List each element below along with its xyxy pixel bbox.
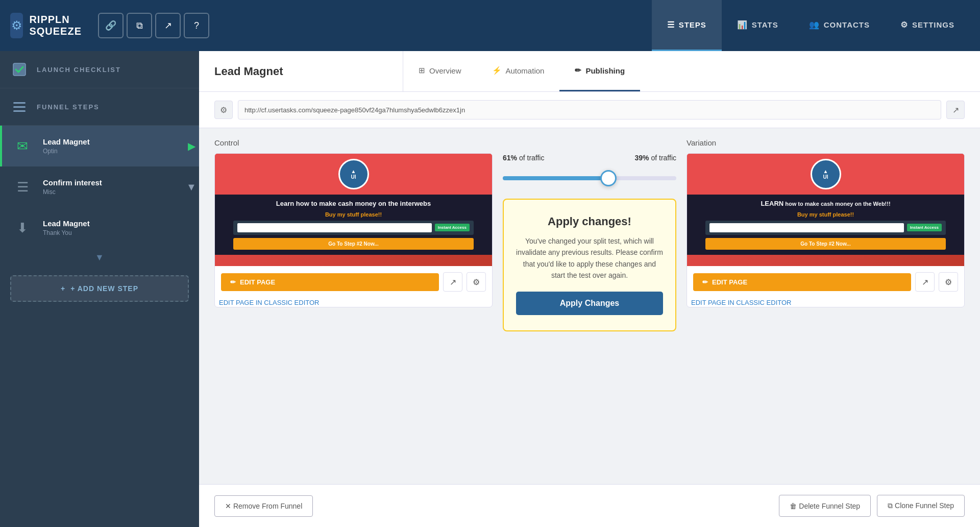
tab-contacts[interactable]: 👥 CONTACTS <box>794 0 885 51</box>
help-icon-btn[interactable]: ? <box>184 13 209 38</box>
funnel-steps-icon <box>10 98 29 116</box>
variation-preview-card: ▲UI LEARN how to make cash money on the … <box>687 153 965 307</box>
tab-overview[interactable]: ⊞ Overview <box>403 51 477 91</box>
variation-sub-text: Buy my stuff please!! <box>797 211 854 218</box>
control-main-text: Learn how to make cash money on the inte… <box>276 200 431 208</box>
variation-label: Variation <box>687 138 965 147</box>
stats-icon: 📊 <box>737 20 748 30</box>
sidebar-item-sub: Thank You <box>43 229 199 236</box>
tab-stats[interactable]: 📊 STATS <box>722 0 794 51</box>
arrow-right-icon: ▶ <box>184 140 199 152</box>
control-preview-card: ▲UI Learn how to make cash money on the … <box>214 153 493 307</box>
traffic-slider-thumb[interactable] <box>600 170 617 186</box>
variation-column: Variation ▲UI LEARN how to make cash mon… <box>687 138 965 307</box>
sidebar-item-title: Lead Magnet <box>43 219 199 228</box>
sidebar-item-lead-magnet-optin[interactable]: ✉ Lead Magnet Optin ▶ <box>0 126 199 166</box>
traffic-slider-area: 61% of traffic 39% of traffic <box>503 154 676 190</box>
sidebar-item-sub: Optin <box>43 148 184 155</box>
control-preview-image: ▲UI Learn how to make cash money on the … <box>215 154 492 266</box>
sidebar-item-confirm-interest[interactable]: ☰ Confirm interest Misc ▼ <box>0 166 199 207</box>
split-test-columns: Control ▲UI Learn how to make cash money… <box>214 138 965 331</box>
clone-funnel-step-button[interactable]: ⧉ Clone Funnel Step <box>877 495 965 517</box>
right-action-buttons: 🗑 Delete Funnel Step ⧉ Clone Funnel Step <box>779 495 965 517</box>
variation-edit-page-button[interactable]: ✏ EDIT PAGE <box>693 273 911 291</box>
sidebar: LAUNCH CHECKLIST FUNNEL STEPS ✉ Lead Mag… <box>0 51 199 527</box>
control-ui-badge: ▲UI <box>338 159 369 189</box>
contacts-icon: 👥 <box>809 20 820 30</box>
middle-column: 61% of traffic 39% of traffic Apply <box>503 138 676 331</box>
url-input[interactable] <box>238 100 941 119</box>
external-icon-btn[interactable]: ↗ <box>155 13 181 38</box>
menu-icon: ☰ <box>2 166 43 207</box>
sidebar-section-launch-checklist[interactable]: LAUNCH CHECKLIST <box>0 51 199 88</box>
variation-card-actions: ✏ EDIT PAGE ↗ ⚙ <box>687 266 964 298</box>
svg-rect-2 <box>13 106 26 108</box>
sidebar-item-lead-magnet-thankyou[interactable]: ⬇ Lead Magnet Thank You <box>0 207 199 248</box>
apply-changes-card: Apply changes! You've changed your split… <box>503 199 676 331</box>
variation-cta: Go To Step #2 Now... <box>705 238 946 250</box>
control-card-actions: ✏ EDIT PAGE ↗ ⚙ <box>215 266 492 298</box>
tab-publishing[interactable]: ✏ Publishing <box>559 51 640 91</box>
delete-funnel-step-button[interactable]: 🗑 Delete Funnel Step <box>779 495 871 517</box>
sidebar-item-title: Confirm interest <box>43 178 184 187</box>
checklist-icon <box>10 60 29 79</box>
arrow-down-icon: ▼ <box>184 181 199 193</box>
variation-traffic-pct: 39% of traffic <box>635 154 676 162</box>
content-tabs: ⊞ Overview ⚡ Automation ✏ Publishing <box>403 51 640 91</box>
automation-icon: ⚡ <box>492 66 502 75</box>
traffic-slider-track <box>503 176 676 180</box>
variation-classic-editor-link[interactable]: EDIT PAGE IN CLASSIC EDITOR <box>687 295 796 307</box>
remove-from-funnel-button[interactable]: ✕ Remove From Funnel <box>214 495 313 517</box>
control-sub-text: Buy my stuff please!! <box>325 211 382 218</box>
slider-fill <box>503 176 608 180</box>
plus-icon: + <box>61 284 65 293</box>
add-new-step-button[interactable]: + + ADD NEW STEP <box>10 275 189 302</box>
variation-main-text: LEARN how to make cash money on the Web!… <box>761 200 890 208</box>
sidebar-item-sub: Misc <box>43 188 184 196</box>
svg-rect-1 <box>13 102 26 104</box>
control-cta: Go To Step #2 Now... <box>233 238 474 250</box>
launch-checklist-label: LAUNCH CHECKLIST <box>37 66 121 74</box>
apply-changes-description: You've changed your split test, which wi… <box>516 235 663 281</box>
traffic-labels: 61% of traffic 39% of traffic <box>503 154 676 162</box>
variation-preview-image: ▲UI LEARN how to make cash money on the … <box>687 154 964 266</box>
control-settings-icon[interactable]: ⚙ <box>467 272 486 292</box>
sidebar-item-title: Lead Magnet <box>43 137 184 146</box>
sidebar-section-funnel-steps[interactable]: FUNNEL STEPS <box>0 88 199 126</box>
tab-settings[interactable]: ⚙ SETTINGS <box>885 0 970 51</box>
variation-external-link-icon[interactable]: ↗ <box>915 272 935 292</box>
tab-automation[interactable]: ⚡ Automation <box>477 51 560 91</box>
funnel-steps-label: FUNNEL STEPS <box>37 103 100 111</box>
top-navigation: ⚙ RIPPLN SQUEEZE 🔗 ⧉ ↗ ? ☰ STEPS 📊 STATS… <box>0 0 980 51</box>
brand-gear-icon[interactable]: ⚙ <box>10 13 23 38</box>
control-external-link-icon[interactable]: ↗ <box>443 272 462 292</box>
tab-steps[interactable]: ☰ STEPS <box>652 0 722 51</box>
apply-changes-button[interactable]: Apply Changes <box>516 292 663 315</box>
variation-ui-badge: ▲UI <box>811 159 841 189</box>
overview-icon: ⊞ <box>419 66 425 75</box>
content-area: Lead Magnet ⊞ Overview ⚡ Automation ✏ Pu… <box>199 51 980 527</box>
email-icon: ✉ <box>2 126 43 166</box>
brand-area: ⚙ RIPPLN SQUEEZE 🔗 ⧉ ↗ ? <box>10 13 209 38</box>
link-icon-btn[interactable]: 🔗 <box>98 13 124 38</box>
variation-settings-icon[interactable]: ⚙ <box>939 272 958 292</box>
download-icon: ⬇ <box>2 207 43 248</box>
steps-icon: ☰ <box>667 20 675 30</box>
control-traffic-pct: 61% of traffic <box>503 154 544 162</box>
content-header: Lead Magnet ⊞ Overview ⚡ Automation ✏ Pu… <box>199 51 980 92</box>
url-bar-area: ⚙ ↗ <box>199 92 980 128</box>
top-nav-tabs: ☰ STEPS 📊 STATS 👥 CONTACTS ⚙ SETTINGS <box>652 0 970 51</box>
bottom-actions: ✕ Remove From Funnel 🗑 Delete Funnel Ste… <box>199 484 980 527</box>
main-layout: LAUNCH CHECKLIST FUNNEL STEPS ✉ Lead Mag… <box>0 51 980 527</box>
control-classic-editor-link[interactable]: EDIT PAGE IN CLASSIC EDITOR <box>215 295 324 307</box>
url-open-external-icon[interactable]: ↗ <box>946 101 965 119</box>
control-column: Control ▲UI Learn how to make cash money… <box>214 138 493 307</box>
copy-icon-btn[interactable]: ⧉ <box>127 13 152 38</box>
chevron-down-icon: ▼ <box>0 248 199 267</box>
control-label: Control <box>214 138 493 147</box>
page-title: Lead Magnet <box>214 65 283 78</box>
url-settings-icon[interactable]: ⚙ <box>214 101 233 119</box>
apply-changes-title: Apply changes! <box>516 215 663 228</box>
control-edit-page-button[interactable]: ✏ EDIT PAGE <box>221 273 439 291</box>
brand-name: RIPPLN SQUEEZE <box>29 14 82 37</box>
